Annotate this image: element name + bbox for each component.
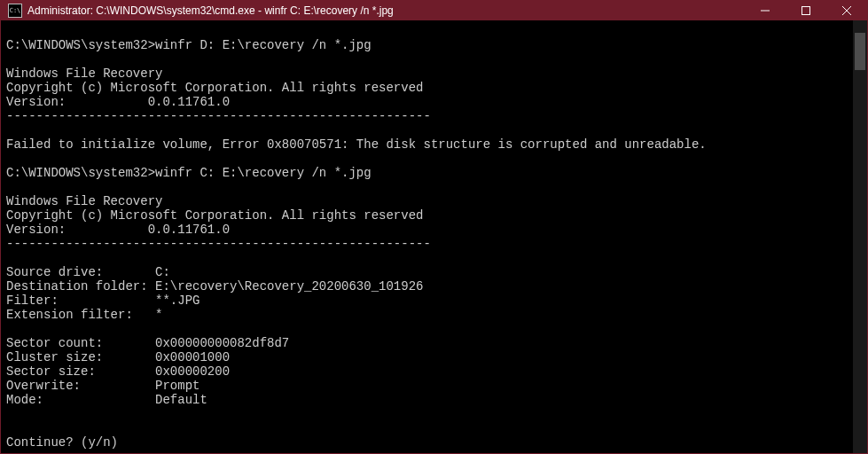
cmd-icon: [8, 4, 22, 18]
minimize-button[interactable]: [745, 1, 786, 20]
info-sector-count: Sector count: 0x00000000082df8d7: [6, 336, 289, 350]
version-line: Version: 0.0.11761.0: [6, 95, 230, 109]
command-text: winfr D: E:\recovery /n *.jpg: [155, 38, 371, 52]
prompt: C:\WINDOWS\system32>: [6, 166, 155, 180]
vertical-scrollbar[interactable]: [853, 20, 867, 453]
maximize-button[interactable]: [786, 1, 826, 20]
info-sector-size: Sector size: 0x00000200: [6, 364, 230, 379]
continue-prompt: Continue? (y/n): [6, 435, 125, 450]
command-text: winfr C: E:\recovery /n *.jpg: [155, 166, 371, 180]
minimize-icon: [761, 6, 770, 15]
info-mode: Mode: Default: [6, 393, 207, 407]
titlebar[interactable]: Administrator: C:\WINDOWS\system32\cmd.e…: [1, 1, 867, 20]
close-button[interactable]: [826, 1, 867, 20]
separator: ----------------------------------------…: [6, 237, 431, 251]
version-line: Version: 0.0.11761.0: [6, 223, 230, 237]
error-message: Failed to initialize volume, Error 0x800…: [6, 137, 707, 152]
close-icon: [842, 6, 851, 15]
info-destination: Destination folder: E:\recovery\Recovery…: [6, 279, 423, 294]
svg-rect-1: [802, 7, 810, 15]
window-controls: [745, 1, 867, 20]
blank-line: [6, 24, 13, 38]
terminal-output[interactable]: C:\WINDOWS\system32>winfr D: E:\recovery…: [1, 20, 853, 453]
window-title: Administrator: C:\WINDOWS\system32\cmd.e…: [27, 4, 745, 17]
copyright-line: Copyright (c) Microsoft Corporation. All…: [6, 208, 423, 223]
info-source-drive: Source drive: C:: [6, 265, 170, 279]
copyright-line: Copyright (c) Microsoft Corporation. All…: [6, 81, 423, 95]
info-ext-filter: Extension filter: *: [6, 308, 162, 322]
separator: ----------------------------------------…: [6, 109, 431, 123]
content-area: C:\WINDOWS\system32>winfr D: E:\recovery…: [1, 20, 867, 453]
maximize-icon: [802, 6, 810, 15]
scroll-thumb[interactable]: [855, 33, 865, 70]
prompt: C:\WINDOWS\system32>: [6, 38, 155, 52]
info-overwrite: Overwrite: Prompt: [6, 379, 199, 393]
program-name: Windows File Recovery: [6, 67, 162, 81]
cmd-window: Administrator: C:\WINDOWS\system32\cmd.e…: [0, 0, 868, 454]
info-cluster-size: Cluster size: 0x00001000: [6, 350, 230, 364]
info-filter: Filter: **.JPG: [6, 294, 199, 308]
program-name: Windows File Recovery: [6, 194, 162, 208]
